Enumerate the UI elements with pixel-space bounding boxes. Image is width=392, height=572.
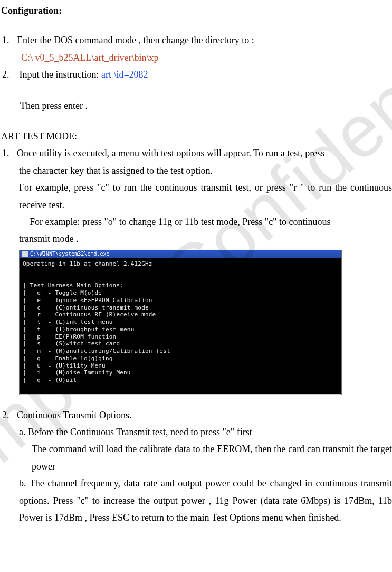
terminal-titlebar: C:\WINNT\system32\cmd.exe: [20, 250, 341, 259]
term-opt-g: | g - Enable lo(g)ging: [23, 355, 113, 362]
art1-p3-l2: transmit mode .: [0, 230, 392, 247]
term-sep2: ========================================…: [23, 384, 221, 391]
term-opt-r: | r - Continuous RF (R)eceive mode: [23, 311, 156, 318]
term-opt-c: | c - (C)ontinuous transmit mode: [23, 304, 149, 311]
art2-b: b. The channel frequency, data rate and …: [0, 475, 392, 526]
art2-line: 2.Continuous Transmit Options.: [0, 407, 392, 424]
step1-number: 1.: [2, 32, 17, 49]
step2-then: Then press enter .: [0, 97, 392, 114]
term-opt-q: | q - (Q)uit: [23, 377, 77, 383]
art1-p1-rest: the character key that is assigned to th…: [0, 162, 392, 179]
document-body: Configuration: 1.Enter the DOS command m…: [0, 2, 392, 526]
terminal-screenshot: C:\WINNT\system32\cmd.exe Operating in 1…: [19, 250, 342, 395]
step2-text: Input the instruction:: [17, 69, 101, 80]
term-opt-m: | m - (M)anufacturing/Calibration Test: [23, 348, 170, 354]
step1-path: C:\ v0_5_b25ALL\art_driver\bin\xp: [21, 52, 158, 63]
art1-number: 1.: [2, 145, 17, 162]
term-opt-e: | e - Ignore <E>EPROM Calibration: [23, 297, 152, 304]
term-sep1: ========================================…: [23, 275, 221, 282]
term-opt-t: | t - (T)hroughput test menu: [23, 326, 135, 333]
art-heading: ART TEST MODE:: [0, 128, 392, 145]
art2-a-body: The command will load the calibrate data…: [0, 440, 392, 475]
art1-line1: 1.Once utility is executed, a menu with …: [0, 145, 392, 162]
art1-p2: For example, press "c" to run the contin…: [0, 179, 392, 213]
step2-line: 2. Input the instruction: art \id=2082: [0, 66, 392, 83]
term-opt-o: | o - Toggle M(o)de: [23, 289, 102, 296]
term-opt-l: | l - (L)ink test menu: [23, 318, 113, 325]
art2-a-label: a. Before the Continuous Transmit test, …: [0, 424, 392, 440]
term-opt-s: | s - (S)witch test card: [23, 340, 120, 347]
term-header: | Test Harness Main Options:: [23, 282, 123, 289]
cmd-icon: [22, 251, 28, 257]
term-opt-i: | i - (N)oise Immunity Menu: [23, 369, 131, 376]
terminal-body: Operating in 11b at channel 2.412GHz ===…: [20, 258, 341, 395]
config-heading: Configuration:: [1, 2, 392, 19]
term-line-op: Operating in 11b at channel 2.412GHz: [23, 260, 152, 267]
art2-title: Continuous Transmit Options.: [17, 410, 132, 420]
art1-p1-start: Once utility is executed, a menu with te…: [17, 148, 324, 158]
step2-command: art \id=2082: [101, 69, 148, 80]
step1-text: Enter the DOS command mode , then change…: [17, 35, 254, 45]
terminal-title: C:\WINNT\system32\cmd.exe: [30, 251, 110, 258]
step1-line: 1.Enter the DOS command mode , then chan…: [0, 32, 392, 49]
step2-number: 2.: [2, 66, 17, 83]
step1-path-line: C:\ v0_5_b25ALL\art_driver\bin\xp: [0, 49, 392, 66]
term-opt-u: | u - (U)tility Menu: [23, 362, 106, 369]
term-opt-p: | p - EE(P)ROM function: [23, 333, 116, 340]
art1-p3-l1: For example: press "o" to change 11g or …: [0, 213, 392, 230]
art2-number: 2.: [2, 407, 17, 424]
